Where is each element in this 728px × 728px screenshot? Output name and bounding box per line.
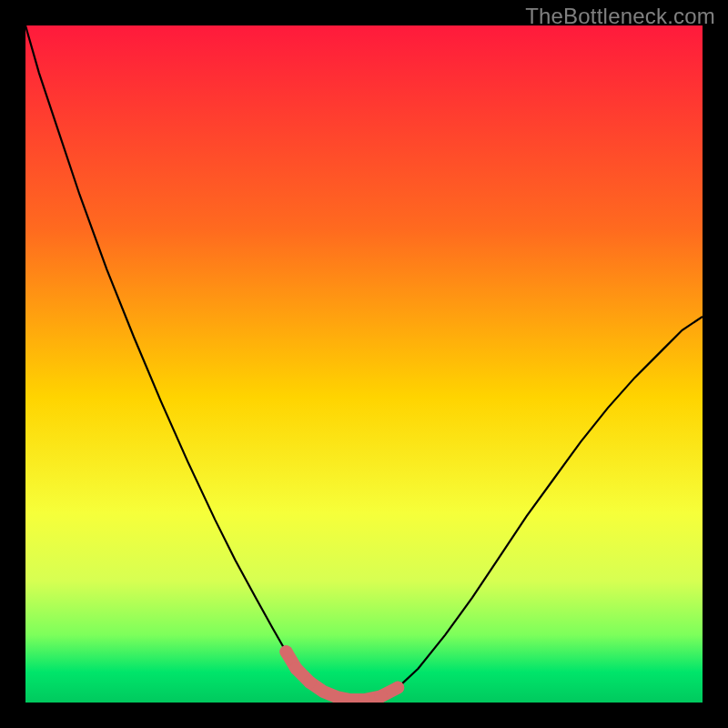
chart-svg	[25, 25, 703, 703]
highlight-point	[279, 645, 292, 658]
highlight-point	[290, 662, 303, 675]
gradient-background	[25, 25, 703, 703]
highlight-point	[303, 676, 316, 689]
chart-frame: TheBottleneck.com	[0, 0, 728, 728]
highlight-point	[391, 682, 404, 694]
plot-area	[25, 25, 703, 703]
highlight-point	[375, 690, 388, 703]
